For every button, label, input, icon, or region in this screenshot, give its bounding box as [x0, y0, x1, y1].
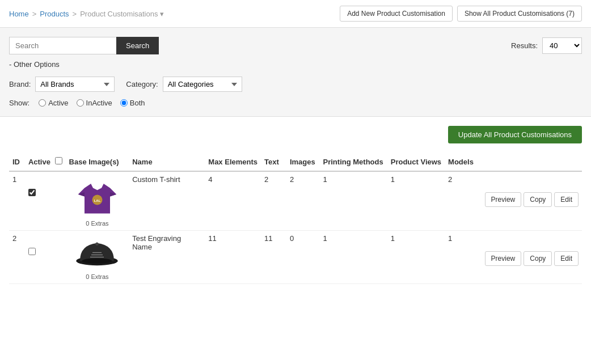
chevron-down-icon: ▾ — [160, 10, 164, 18]
col-base-image: Base Image(s) — [66, 153, 129, 171]
row-text: 2 — [261, 171, 286, 231]
row-models: 1 — [445, 231, 482, 284]
svg-point-10 — [96, 243, 99, 246]
preview-button[interactable]: Preview — [485, 251, 522, 266]
col-text: Text — [261, 153, 286, 171]
products-table: ID Active Base Image(s) Name Max Element… — [9, 153, 582, 284]
row-extras: 0 Extras — [86, 273, 108, 280]
show-label: Show: — [9, 99, 29, 107]
results-select[interactable]: 40 20 60 100 — [542, 37, 582, 54]
row-printing-methods: 1 — [320, 171, 387, 231]
action-cell: Preview Copy Edit — [485, 175, 579, 207]
col-printing-methods: Printing Methods — [320, 153, 387, 171]
row-active-check — [25, 171, 66, 231]
table-body: 1 LAL — [9, 171, 582, 284]
breadcrumb-sep2: > — [73, 10, 77, 18]
other-options-toggle[interactable]: - Other Options — [9, 60, 582, 69]
radio-both-label[interactable]: Both — [120, 99, 145, 107]
show-all-button[interactable]: Show All Product Customisations (7) — [457, 6, 582, 22]
product-image-wrapper: 0 Extras — [69, 234, 126, 280]
top-actions: Add New Product Customisation Show All P… — [340, 6, 582, 22]
product-image-wrapper: LAL 0 Extras — [69, 175, 126, 227]
svg-text:LAL: LAL — [94, 199, 101, 202]
svg-point-6 — [82, 259, 112, 264]
breadcrumb-home[interactable]: Home — [9, 10, 29, 18]
main-content: Update All Product Customisations ID Act… — [0, 117, 591, 293]
row-images: 2 — [286, 171, 320, 231]
col-active: Active — [25, 153, 66, 171]
copy-button[interactable]: Copy — [524, 251, 552, 266]
row-images: 0 — [286, 231, 320, 284]
row-max-elements: 4 — [205, 171, 261, 231]
row-active-checkbox[interactable] — [28, 248, 36, 255]
radio-inactive-text: InActive — [86, 99, 112, 107]
row-product-views: 1 — [387, 171, 445, 231]
brand-select[interactable]: All Brands — [35, 77, 115, 92]
radio-group: Active InActive Both — [39, 99, 145, 107]
col-name: Name — [129, 153, 205, 171]
results-control: Results: 40 20 60 100 — [511, 37, 582, 54]
row-extras: 0 Extras — [86, 220, 108, 227]
breadcrumb-sep1: > — [32, 10, 37, 18]
category-label: Category: — [126, 80, 158, 88]
col-images: Images — [286, 153, 320, 171]
row-max-elements: 11 — [205, 231, 261, 284]
update-btn-row: Update All Product Customisations — [9, 126, 582, 143]
add-new-button[interactable]: Add New Product Customisation — [340, 6, 453, 22]
col-product-views: Product Views — [387, 153, 445, 171]
search-row: Search — [9, 37, 159, 54]
search-input[interactable] — [9, 37, 116, 54]
edit-button[interactable]: Edit — [554, 251, 579, 266]
radio-both-text: Both — [130, 99, 145, 107]
breadcrumb: Home > Products > Product Customisations… — [9, 10, 164, 18]
col-id: ID — [9, 153, 25, 171]
row-id: 2 — [9, 231, 25, 284]
preview-button[interactable]: Preview — [485, 192, 522, 207]
brand-filter: Brand: All Brands — [9, 77, 115, 92]
filter-row: Brand: All Brands Category: All Categori… — [9, 77, 582, 92]
row-actions: Preview Copy Edit — [482, 231, 582, 284]
radio-active-label[interactable]: Active — [39, 99, 68, 107]
product-image-tshirt: LAL — [76, 175, 119, 218]
row-image-cell: 0 Extras — [66, 231, 129, 284]
update-all-button[interactable]: Update All Product Customisations — [448, 126, 582, 143]
row-models: 2 — [445, 171, 482, 231]
select-all-checkbox[interactable] — [55, 157, 62, 164]
row-id: 1 — [9, 171, 25, 231]
col-max-elements: Max Elements — [205, 153, 261, 171]
search-section: Search Results: 40 20 60 100 - Other Opt… — [0, 28, 591, 117]
row-active-checkbox[interactable] — [28, 189, 36, 196]
results-label: Results: — [511, 41, 538, 50]
product-image-hat — [74, 234, 120, 271]
table-row: 1 LAL — [9, 171, 582, 231]
row-image-cell: LAL 0 Extras — [66, 171, 129, 231]
row-product-views: 1 — [387, 231, 445, 284]
brand-label: Brand: — [9, 80, 31, 88]
col-models: Models — [445, 153, 482, 171]
table-row: 2 — [9, 231, 582, 284]
copy-button[interactable]: Copy — [524, 192, 552, 207]
radio-active[interactable] — [39, 99, 46, 107]
show-row: Show: Active InActive Both — [9, 99, 582, 107]
row-actions: Preview Copy Edit — [482, 171, 582, 231]
radio-active-text: Active — [48, 99, 68, 107]
row-name: Test Engraving Name — [129, 231, 205, 284]
edit-button[interactable]: Edit — [554, 192, 579, 207]
row-text: 11 — [261, 231, 286, 284]
breadcrumb-current[interactable]: Product Customisations ▾ — [80, 10, 164, 18]
top-bar: Home > Products > Product Customisations… — [0, 0, 591, 28]
row-name: Custom T-shirt — [129, 171, 205, 231]
col-actions — [482, 153, 582, 171]
table-header: ID Active Base Image(s) Name Max Element… — [9, 153, 582, 171]
breadcrumb-products[interactable]: Products — [40, 10, 69, 18]
radio-both[interactable] — [120, 99, 128, 107]
row-printing-methods: 1 — [320, 231, 387, 284]
category-select[interactable]: All Categories — [163, 77, 242, 92]
row-active-check — [25, 231, 66, 284]
radio-inactive-label[interactable]: InActive — [77, 99, 112, 107]
search-button[interactable]: Search — [116, 37, 159, 54]
radio-inactive[interactable] — [77, 99, 84, 107]
category-filter: Category: All Categories — [126, 77, 242, 92]
action-cell: Preview Copy Edit — [485, 234, 579, 266]
